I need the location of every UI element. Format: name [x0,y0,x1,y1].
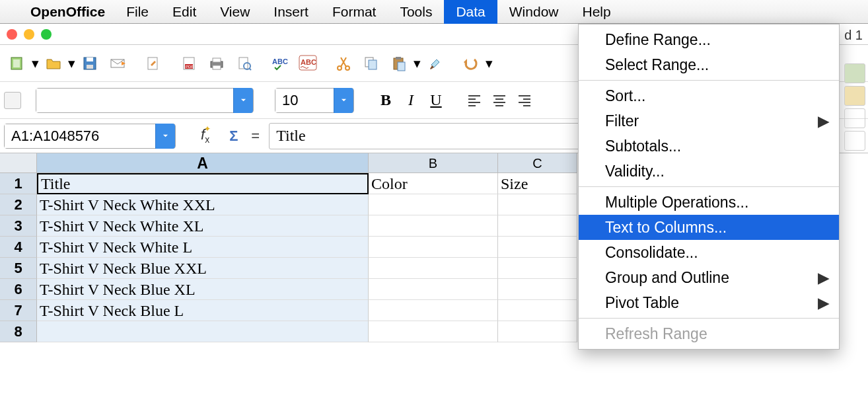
col-header-B[interactable]: B [369,153,498,173]
menu-window[interactable]: Window [497,0,571,24]
send-mail-button[interactable] [106,52,129,75]
cell[interactable] [37,321,369,342]
app-name[interactable]: OpenOffice [21,4,114,20]
menu-edit[interactable]: Edit [161,0,208,24]
styles-button[interactable] [4,92,21,109]
spellcheck-button[interactable]: ABC [269,52,291,75]
row-header[interactable]: 5 [0,258,37,279]
row-header[interactable]: 6 [0,279,37,300]
row-header[interactable]: 7 [0,300,37,321]
cell[interactable] [498,194,577,215]
row-header[interactable]: 1 [0,173,37,194]
menu-help[interactable]: Help [571,0,623,24]
export-pdf-button[interactable]: PDF [178,52,200,75]
menu-insert[interactable]: Insert [262,0,320,24]
menu-tools[interactable]: Tools [388,0,444,24]
dropdown-arrow-icon[interactable]: ▾ [486,56,493,71]
equals-icon[interactable]: = [247,128,264,145]
close-button[interactable] [7,29,17,40]
underline-button[interactable]: U [425,91,447,110]
chevron-down-icon[interactable] [334,88,353,113]
menu-item-pivot-table[interactable]: Pivot Table▶ [579,290,839,315]
col-header-C[interactable]: C [498,153,577,173]
font-size-input[interactable] [275,89,334,112]
chevron-down-icon[interactable] [233,88,253,113]
cell[interactable] [369,258,498,279]
format-paintbrush-button[interactable] [424,52,447,75]
cell[interactable]: T-Shirt V Neck White XXL [37,194,369,215]
cell[interactable] [498,279,577,300]
zoom-button[interactable] [41,29,52,40]
cell[interactable] [369,215,498,237]
copy-button[interactable] [360,52,382,75]
save-button[interactable] [79,52,101,75]
menu-item-group-and-outline[interactable]: Group and Outline▶ [579,265,839,290]
cell[interactable] [369,237,498,258]
cell[interactable]: T-Shirt V Neck Blue XL [37,279,369,300]
cell[interactable] [498,321,577,342]
sum-icon[interactable]: Σ [225,128,242,145]
cell[interactable]: T-Shirt V Neck Blue XXL [37,258,369,279]
italic-button[interactable]: I [400,91,421,110]
cell[interactable] [369,194,498,215]
cell[interactable]: T-Shirt V Neck White L [37,237,369,258]
menu-view[interactable]: View [208,0,262,24]
new-button[interactable] [6,52,28,75]
dropdown-arrow-icon[interactable]: ▾ [68,56,75,71]
align-right-button[interactable] [514,91,535,110]
row-header[interactable]: 4 [0,237,37,258]
cell[interactable] [369,300,498,321]
undo-button[interactable] [460,52,482,75]
align-center-button[interactable] [489,91,510,110]
minimize-button[interactable] [24,29,34,40]
dropdown-arrow-icon[interactable]: ▾ [32,56,39,71]
edit-file-button[interactable] [142,52,164,75]
chevron-down-icon[interactable] [155,124,175,149]
cell[interactable]: Size [498,173,577,194]
toolbar-fragment-btn[interactable] [844,131,865,151]
open-button[interactable] [42,52,65,75]
menu-item-filter[interactable]: Filter▶ [579,108,839,133]
menu-item-consolidate[interactable]: Consolidate... [579,240,839,265]
cell[interactable]: Color [369,173,498,194]
menu-data[interactable]: Data [444,0,497,24]
cell[interactable] [498,237,577,258]
dropdown-arrow-icon[interactable]: ▾ [414,56,421,71]
menu-item-select-range[interactable]: Select Range... [579,52,839,77]
font-size-combo[interactable] [275,88,354,113]
print-button[interactable] [205,52,228,75]
menu-item-multiple-operations[interactable]: Multiple Operations... [579,190,839,215]
cell[interactable] [498,258,577,279]
toolbar-fragment-btn[interactable] [844,108,865,128]
function-wizard-icon[interactable]: fx✦ [197,126,220,145]
row-header[interactable]: 2 [0,194,37,215]
font-name-combo[interactable] [36,88,254,113]
select-all-corner[interactable] [0,153,37,173]
align-left-button[interactable] [464,91,485,110]
row-header[interactable]: 3 [0,215,37,237]
cell[interactable] [498,300,577,321]
cell[interactable]: T-Shirt V Neck White XL [37,215,369,237]
toolbar-fragment-btn[interactable] [844,63,865,83]
menu-item-subtotals[interactable]: Subtotals... [579,133,839,159]
menu-item-text-to-columns[interactable]: Text to Columns... [579,215,839,240]
menu-item-define-range[interactable]: Define Range... [579,27,839,52]
col-header-A[interactable]: A [37,153,369,173]
print-preview-button[interactable] [233,52,256,75]
autocheck-button[interactable]: ABC [297,52,319,75]
paste-button[interactable] [388,52,410,75]
row-header[interactable]: 8 [0,321,37,342]
menu-item-sort[interactable]: Sort... [579,83,839,108]
menu-format[interactable]: Format [320,0,388,24]
cell[interactable]: T-Shirt V Neck Blue L [37,300,369,321]
name-box[interactable] [4,124,176,149]
cell[interactable] [369,279,498,300]
cell[interactable]: Title [37,173,369,194]
menu-item-validity[interactable]: Validity... [579,159,839,184]
cut-button[interactable] [332,52,355,75]
cell[interactable] [369,321,498,342]
cellref-input[interactable] [5,124,155,148]
font-name-input[interactable] [36,89,233,112]
bold-button[interactable]: B [375,91,396,110]
toolbar-fragment-btn[interactable] [844,86,865,106]
